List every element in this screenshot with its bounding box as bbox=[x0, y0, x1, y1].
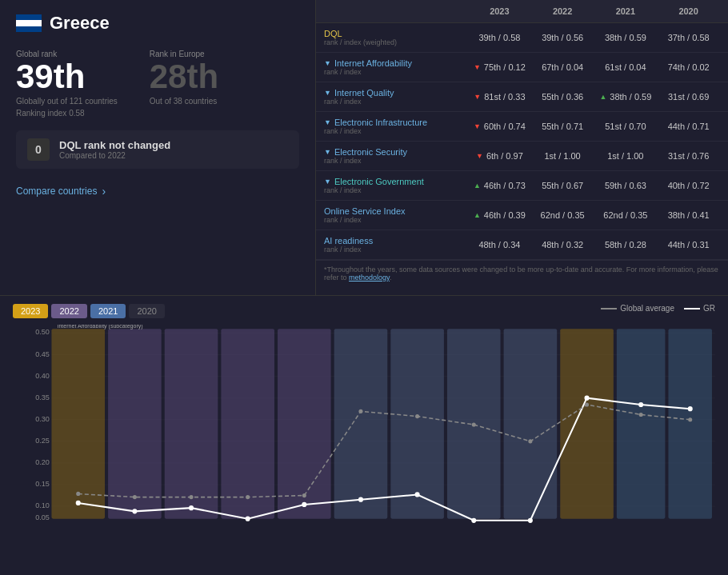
svg-text:0.35: 0.35 bbox=[35, 393, 50, 401]
badge-sub: Compared to 2022 bbox=[59, 151, 170, 160]
country-name: Greece bbox=[50, 13, 110, 34]
chart-tab-2021[interactable]: 2021 bbox=[90, 304, 126, 318]
chart-tab-2022[interactable]: 2022 bbox=[51, 304, 86, 318]
col-header-2022: 2022 bbox=[531, 6, 594, 16]
chart-tab-2023[interactable]: 2023 bbox=[13, 304, 48, 318]
cell-2020: 44th / 0.31 bbox=[657, 240, 720, 250]
methodology-link[interactable]: methodology bbox=[349, 274, 390, 282]
flag-icon bbox=[16, 14, 42, 32]
cell-2023: 48th / 0.34 bbox=[468, 240, 531, 250]
app-container: Greece Global rank 39th Globally out of … bbox=[0, 0, 728, 575]
svg-text:0.30: 0.30 bbox=[35, 415, 50, 423]
table-row[interactable]: ▼ Electronic Infrastructure rank / index… bbox=[316, 112, 728, 142]
chevron-icon: ▼ bbox=[324, 118, 331, 126]
global-dot bbox=[246, 495, 250, 499]
svg-rect-28 bbox=[560, 329, 614, 518]
row-label: ▼ Internet Quality rank / index bbox=[324, 88, 468, 106]
global-dot bbox=[585, 402, 589, 406]
row-name-container: ▼ Internet Affordability bbox=[324, 58, 468, 68]
table-row: AI readiness rank / index 48th / 0.34 48… bbox=[316, 230, 728, 260]
dql-badge: 0 DQL rank not changed Compared to 2022 bbox=[16, 130, 299, 169]
cell-2022: 67th / 0.04 bbox=[531, 62, 594, 72]
svg-rect-21 bbox=[165, 329, 218, 518]
legend-gr-label: GR bbox=[703, 304, 715, 313]
table-footnote: *Throughout the years, some data sources… bbox=[316, 260, 728, 286]
cell-2020: 31st / 0.69 bbox=[657, 92, 720, 102]
table-row: Online Service Index rank / index ▲46th … bbox=[316, 201, 728, 230]
row-sub: rank / index bbox=[324, 98, 468, 106]
table-row[interactable]: ▼ Electronic Security rank / index ▼6th … bbox=[316, 142, 728, 171]
arrow-up-icon: ▲ bbox=[474, 211, 481, 219]
table-row[interactable]: ▼ Electronic Government rank / index ▲46… bbox=[316, 171, 728, 201]
col-header-2023: 2023 bbox=[468, 6, 531, 16]
global-dot bbox=[528, 439, 532, 443]
cell-2021: 38th / 0.59 bbox=[594, 33, 658, 42]
cell-2020: 44th / 0.71 bbox=[657, 122, 720, 131]
svg-rect-27 bbox=[504, 329, 558, 518]
svg-text:0.45: 0.45 bbox=[35, 349, 50, 357]
cell-2022: 55th / 0.71 bbox=[531, 122, 594, 131]
global-rank-block: Global rank 39th Globally out of 121 cou… bbox=[16, 50, 118, 118]
cell-2020: 74th / 0.02 bbox=[657, 62, 720, 72]
gr-dot bbox=[688, 406, 693, 411]
gr-dot bbox=[528, 518, 533, 523]
global-rank-sub1: Globally out of 121 countries bbox=[16, 97, 118, 106]
row-label: ▼ Internet Affordability rank / index bbox=[324, 58, 468, 76]
svg-rect-19 bbox=[51, 329, 105, 518]
table-body: DQL rank / index (weighted) 39th / 0.58 … bbox=[316, 23, 728, 260]
svg-text:0.40: 0.40 bbox=[35, 372, 50, 380]
svg-rect-24 bbox=[334, 329, 388, 518]
cell-2021: 61st / 0.04 bbox=[594, 62, 658, 72]
legend-gr: GR bbox=[684, 304, 715, 313]
row-name: Electronic Security bbox=[334, 147, 407, 157]
col-header-label bbox=[324, 6, 468, 16]
row-name-container: AI readiness bbox=[324, 236, 468, 246]
legend-global-label: Global average bbox=[620, 304, 674, 313]
row-name-container: DQL bbox=[324, 29, 468, 38]
cell-2023: 39th / 0.58 bbox=[468, 33, 531, 42]
col-header-2020: 2020 bbox=[657, 6, 720, 16]
row-sub: rank / index (weighted) bbox=[324, 38, 468, 46]
global-rank-value: 39th bbox=[16, 60, 118, 94]
row-name: AI readiness bbox=[324, 236, 373, 246]
row-sub: rank / index bbox=[324, 186, 468, 194]
chart-tab-2020[interactable]: 2020 bbox=[129, 304, 164, 318]
cell-2020: 40th / 0.72 bbox=[657, 181, 720, 190]
svg-rect-22 bbox=[221, 329, 274, 518]
compare-label: Compare countries bbox=[16, 186, 97, 197]
europe-rank-value: 28th bbox=[150, 60, 218, 94]
row-name-container: ▼ Electronic Government bbox=[324, 177, 468, 186]
svg-rect-30 bbox=[668, 329, 711, 518]
left-panel: Greece Global rank 39th Globally out of … bbox=[0, 0, 316, 295]
svg-rect-29 bbox=[617, 329, 666, 518]
row-label: DQL rank / index (weighted) bbox=[324, 29, 468, 46]
cell-2021: 58th / 0.28 bbox=[594, 240, 658, 250]
table-row[interactable]: ▼ Internet Affordability rank / index ▼7… bbox=[316, 53, 728, 82]
top-section: Greece Global rank 39th Globally out of … bbox=[0, 0, 728, 296]
cell-2021: 59th / 0.63 bbox=[594, 181, 658, 190]
bottom-section: 2023 2022 2021 2020 Global average GR 0.… bbox=[0, 296, 728, 575]
cell-2021: 51st / 0.70 bbox=[594, 122, 658, 131]
table-header: 2023 2022 2021 2020 bbox=[316, 0, 728, 23]
table-row: DQL rank / index (weighted) 39th / 0.58 … bbox=[316, 23, 728, 53]
cell-2022: 1st / 1.00 bbox=[531, 151, 594, 161]
svg-text:0.20: 0.20 bbox=[35, 458, 50, 466]
global-dot bbox=[688, 417, 692, 421]
global-dot bbox=[302, 493, 306, 497]
compare-countries-button[interactable]: Compare countries bbox=[16, 185, 106, 198]
chart-svg: 0.50 0.45 0.40 0.35 0.30 0.25 0.20 0.15 … bbox=[13, 325, 715, 525]
cell-2023: ▲46th / 0.39 bbox=[468, 210, 531, 220]
badge-text: DQL rank not changed Compared to 2022 bbox=[59, 139, 170, 160]
row-name: Online Service Index bbox=[324, 206, 406, 216]
chart-area: 0.50 0.45 0.40 0.35 0.30 0.25 0.20 0.15 … bbox=[13, 325, 715, 525]
svg-text:0.10: 0.10 bbox=[35, 501, 50, 509]
europe-rank-block: Rank in Europe 28th Out of 38 countries bbox=[150, 50, 218, 118]
global-dot bbox=[472, 422, 476, 426]
global-dot bbox=[415, 414, 419, 418]
chart-legend: Global average GR bbox=[601, 304, 715, 313]
row-sub: rank / index bbox=[324, 246, 468, 254]
global-dot bbox=[133, 495, 137, 499]
cell-2022: 62nd / 0.35 bbox=[531, 210, 594, 220]
row-sub: rank / index bbox=[324, 157, 468, 165]
table-row[interactable]: ▼ Internet Quality rank / index ▼81st / … bbox=[316, 82, 728, 112]
